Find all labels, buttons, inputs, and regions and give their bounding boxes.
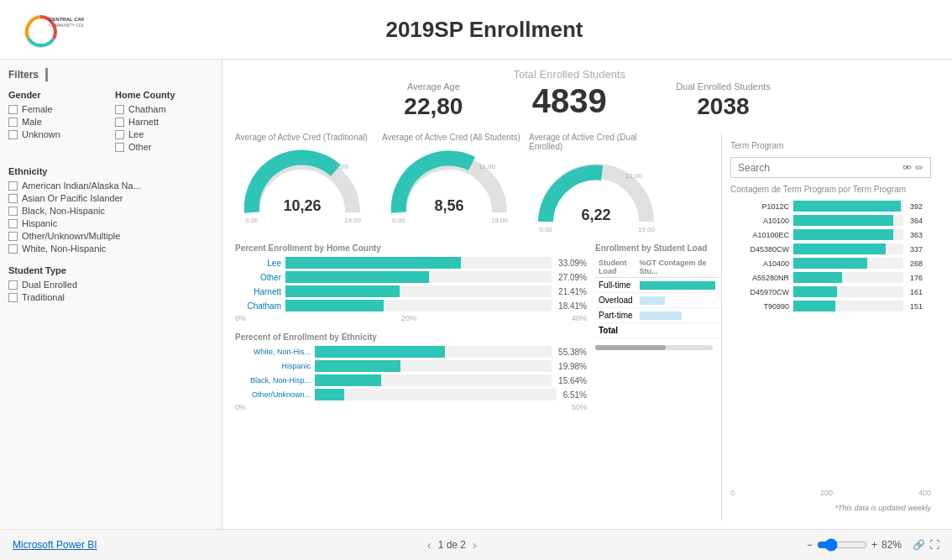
checkbox-black[interactable] [8, 207, 18, 216]
county-bar-pct-other: 27.09% [558, 273, 587, 282]
student-load-table: Student Load %GT Contagem de Stu... Full… [595, 257, 719, 338]
page-title: 2019SP Enrollment [101, 17, 868, 43]
zoom-minus-button[interactable]: − [807, 539, 813, 551]
county-x0: 0% [235, 314, 246, 322]
checkbox-white[interactable] [8, 244, 18, 254]
student-load-title: Enrollment by Student Load [595, 243, 713, 253]
filter-item[interactable]: Male [8, 117, 107, 127]
eth-bar-label-other: Other/Unknown... [235, 390, 311, 399]
filter-item[interactable]: American Indian/Alaska Na... [8, 181, 213, 191]
gauge-traditional-svg: 10,26 0,00 19,00 12,00 [235, 145, 369, 225]
term-x400: 400 [918, 489, 931, 497]
charts-area: Average of Active Cred (Traditional) 10,… [235, 133, 939, 521]
checkbox-male[interactable] [8, 118, 18, 127]
term-chart-title: Contagem de Term Program por Term Progra… [730, 185, 931, 194]
zoom-plus-button[interactable]: + [871, 539, 877, 551]
dual-enrolled-kpi: Dual Enrolled Students 2038 [676, 81, 771, 120]
county-bar-fill-lee [285, 257, 461, 269]
filter-item[interactable]: Asian Or Pacific Islander [8, 193, 213, 203]
county-bar-track-lee [285, 257, 552, 269]
checkbox-lee[interactable] [115, 130, 124, 139]
eth-bar-track-white [315, 346, 552, 358]
term-bar-track-t90990 [793, 301, 903, 311]
checkbox-dual[interactable] [8, 280, 18, 290]
county-bar-pct-lee: 33.09% [558, 259, 587, 268]
filter-item[interactable]: Other/Unknown/Multiple [8, 231, 213, 241]
filter-item[interactable]: Traditional [8, 292, 213, 302]
filter-label-traditional: Traditional [22, 292, 65, 302]
svg-text:19,00: 19,00 [344, 217, 362, 224]
filter-item[interactable]: Other [115, 142, 213, 152]
gender-col: Gender Female Male Unknown [8, 90, 107, 154]
kpi-row: Average Age 22,80 Total Enrolled Student… [235, 68, 939, 124]
checkbox-other-county[interactable] [115, 143, 124, 152]
term-bar-fill-d45970cw [793, 286, 837, 297]
load-scrollbar-thumb[interactable] [595, 345, 666, 350]
term-bar-label-a10100ec: A10100EC [730, 231, 789, 239]
checkbox-asian-pi[interactable] [8, 194, 18, 203]
checkbox-hispanic[interactable] [8, 219, 18, 228]
zoom-level: 82% [881, 539, 902, 551]
term-bar-value-p1012c: 392 [910, 202, 931, 211]
filter-item[interactable]: Harnett [115, 117, 213, 127]
load-col-header-2: %GT Contagem de Stu... [636, 257, 719, 278]
home-county-col: Home County Chatham Harnett Lee Other [115, 90, 213, 154]
student-load-section: Enrollment by Student Load Student Load … [595, 243, 713, 521]
load-scrollbar[interactable] [595, 345, 713, 350]
checkbox-other-unknown[interactable] [8, 232, 18, 241]
filter-label-lee: Lee [128, 129, 144, 139]
checkbox-aian[interactable] [8, 181, 18, 191]
filter-item[interactable]: Hispanic [8, 218, 213, 228]
filter-item[interactable]: Chatham [115, 104, 213, 114]
filter-label-harnett: Harnett [128, 117, 159, 127]
filter-label-other-unknown: Other/Unknown/Multiple [22, 231, 120, 241]
term-bar-label-d45970cw: D45970CW [730, 288, 789, 296]
content-area: Filters Gender Female Male Unknown Home … [0, 60, 952, 529]
term-program-bars: P1012C 392 A10100 364 [730, 201, 931, 480]
filter-item[interactable]: Black, Non-Hispanic [8, 206, 213, 216]
total-enrolled-label: Total Enrolled Students [513, 68, 625, 81]
load-cell-label-overload: Overload [595, 293, 636, 308]
filter-item[interactable]: Unknown [8, 129, 107, 139]
checkbox-traditional[interactable] [8, 293, 18, 302]
filter-item[interactable]: White, Non-Hispanic [8, 243, 213, 254]
filter-label-female: Female [22, 104, 53, 114]
gender-title: Gender [8, 90, 107, 100]
checkbox-chatham[interactable] [115, 105, 124, 114]
term-bar-track-d45380cw [793, 243, 903, 254]
filter-item[interactable]: Female [8, 104, 107, 114]
dual-enrolled-label: Dual Enrolled Students [676, 81, 771, 92]
term-bar-value-d45970cw: 161 [910, 288, 931, 296]
eth-x0: 0% [235, 403, 246, 411]
checkbox-female[interactable] [8, 105, 18, 114]
powerbi-link[interactable]: Microsoft Power BI [13, 539, 97, 551]
filter-item[interactable]: Lee [115, 129, 213, 139]
svg-text:COMMUNITY COLLEGE: COMMUNITY COLLEGE [49, 23, 84, 28]
filter-item[interactable]: Dual Enrolled [8, 280, 213, 290]
svg-text:CENTRAL CAROLINA: CENTRAL CAROLINA [49, 17, 84, 22]
zoom-controls: − + 82% 🔗 ⛶ [807, 538, 939, 552]
svg-text:19,00: 19,00 [638, 226, 656, 233]
load-cell-bar-parttime [636, 308, 719, 323]
prev-page-button[interactable]: ‹ [427, 538, 432, 552]
gauge-all-title: Average of Active Cred (All Students) [382, 133, 520, 142]
next-page-button[interactable]: › [473, 538, 477, 552]
county-bar-pct-chatham: 18.41% [558, 301, 587, 311]
filter-label-other-county: Other [128, 142, 152, 152]
fullscreen-icon[interactable]: ⛶ [929, 539, 939, 551]
zoom-slider[interactable] [817, 538, 867, 552]
share-icon[interactable]: 🔗 [913, 539, 925, 551]
term-bar-track-a55280nr [793, 272, 903, 283]
svg-text:0,00: 0,00 [539, 226, 552, 233]
checkbox-unknown[interactable] [8, 130, 18, 139]
search-input[interactable] [738, 162, 902, 174]
county-bar-fill-other [285, 271, 429, 283]
term-bar-label-t90990: T90990 [730, 302, 789, 311]
term-x0: 0 [730, 489, 735, 497]
county-bar-chatham: Chatham 18.41% [235, 300, 587, 311]
gauge-all-svg: 8,56 0,00 19,00 12,00 [382, 145, 516, 225]
load-row-fulltime: Full-time [595, 278, 719, 293]
term-bar-label-a10100: A10100 [730, 217, 789, 225]
checkbox-harnett[interactable] [115, 118, 124, 127]
search-box[interactable]: ⚮ ✏ [730, 157, 931, 178]
